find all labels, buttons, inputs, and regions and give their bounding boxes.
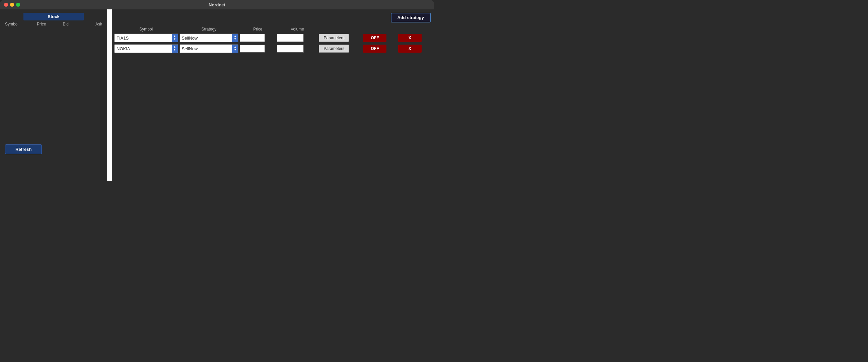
x-cell-2: X xyxy=(398,43,432,54)
symbol-arrows-2[interactable]: ▲▼ xyxy=(172,45,178,53)
symbol-input-1[interactable] xyxy=(115,34,172,41)
price-col-header: Price xyxy=(239,26,276,32)
empty-header-2 xyxy=(362,26,397,32)
refresh-button[interactable]: Refresh xyxy=(5,144,42,154)
strategy-arrows-1[interactable]: ▲▼ xyxy=(232,34,238,42)
symbol-cell-1: ▲▼ xyxy=(114,32,179,43)
minimize-button[interactable] xyxy=(10,3,14,7)
empty-header-1 xyxy=(318,26,362,32)
maximize-button[interactable] xyxy=(16,3,20,7)
x-button-1[interactable]: X xyxy=(398,34,422,42)
params-cell-1: Parameters xyxy=(318,32,362,43)
price-header: Price xyxy=(29,22,54,26)
price-cell-2 xyxy=(239,43,276,54)
symbol-col-header: Symbol xyxy=(114,26,179,32)
stock-section: Stock Symbol Price Bid Ask xyxy=(3,13,104,26)
ask-header: Ask xyxy=(78,22,102,26)
strategy-cell-1: ▲▼ xyxy=(179,32,240,43)
price-cell-1 xyxy=(239,32,276,43)
table-body: ▲▼ ▲▼ xyxy=(114,32,432,54)
app-title: Nordnet xyxy=(209,2,225,7)
right-panel: Add strategy Symbol Strategy Price Volum… xyxy=(112,9,434,181)
off-cell-2: OFF xyxy=(362,43,397,54)
strategy-cell-2: ▲▼ xyxy=(179,43,240,54)
x-button-2[interactable]: X xyxy=(398,45,422,53)
parameters-button-1[interactable]: Parameters xyxy=(319,34,349,42)
volume-cell-2 xyxy=(276,43,318,54)
symbol-header: Symbol xyxy=(5,22,29,26)
symbol-select-wrapper-2[interactable]: ▲▼ xyxy=(114,44,178,53)
strategy-table: Symbol Strategy Price Volume ▲▼ xyxy=(114,26,432,54)
strategy-input-1[interactable] xyxy=(180,34,232,41)
add-strategy-container: Add strategy xyxy=(114,13,432,23)
close-button[interactable] xyxy=(4,3,8,7)
main-content: Stock Symbol Price Bid Ask Refresh Add s… xyxy=(0,9,434,181)
parameters-button-2[interactable]: Parameters xyxy=(319,45,349,53)
volume-input-2[interactable] xyxy=(277,45,304,53)
price-input-2[interactable] xyxy=(240,45,265,53)
header-row: Symbol Strategy Price Volume xyxy=(114,26,432,32)
strategy-select-wrapper-2[interactable]: ▲▼ xyxy=(180,44,239,53)
titlebar: Nordnet xyxy=(0,0,434,9)
strategy-input-2[interactable] xyxy=(180,45,232,52)
stock-label-container: Stock xyxy=(3,13,104,21)
volume-input-1[interactable] xyxy=(277,34,304,42)
vertical-divider xyxy=(107,9,112,181)
volume-cell-1 xyxy=(276,32,318,43)
refresh-area: Refresh xyxy=(5,144,42,154)
window-controls xyxy=(4,3,20,7)
column-headers: Symbol Price Bid Ask xyxy=(3,22,104,26)
table-header: Symbol Strategy Price Volume xyxy=(114,26,432,32)
stock-label: Stock xyxy=(24,13,84,21)
strategy-arrows-2[interactable]: ▲▼ xyxy=(232,45,238,53)
table-row: ▲▼ ▲▼ xyxy=(114,32,432,43)
table-row: ▲▼ ▲▼ xyxy=(114,43,432,54)
symbol-cell-2: ▲▼ xyxy=(114,43,179,54)
params-cell-2: Parameters xyxy=(318,43,362,54)
empty-header-3 xyxy=(398,26,432,32)
add-strategy-button[interactable]: Add strategy xyxy=(391,13,431,23)
volume-col-header: Volume xyxy=(276,26,318,32)
strategy-select-wrapper-1[interactable]: ▲▼ xyxy=(180,33,239,42)
symbol-select-wrapper-1[interactable]: ▲▼ xyxy=(114,33,178,42)
price-input-1[interactable] xyxy=(240,34,265,42)
bid-header: Bid xyxy=(54,22,78,26)
strategy-col-header: Strategy xyxy=(179,26,240,32)
x-cell-1: X xyxy=(398,32,432,43)
off-button-1[interactable]: OFF xyxy=(363,34,386,42)
off-cell-1: OFF xyxy=(362,32,397,43)
symbol-arrows-1[interactable]: ▲▼ xyxy=(172,34,178,42)
off-button-2[interactable]: OFF xyxy=(363,45,386,53)
left-panel: Stock Symbol Price Bid Ask Refresh xyxy=(0,9,107,181)
symbol-input-2[interactable] xyxy=(115,45,172,52)
